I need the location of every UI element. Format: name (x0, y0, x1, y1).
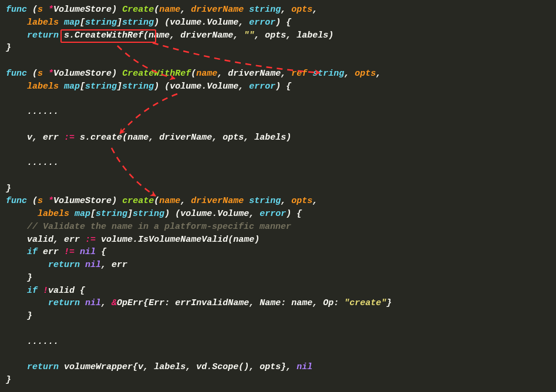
kw-func: func (6, 69, 27, 79)
key-name: Name (260, 298, 281, 308)
kw-if: if (27, 286, 38, 296)
var-valid: valid (48, 286, 75, 296)
call-scope: vd.Scope (196, 362, 238, 372)
p-name: name (159, 196, 180, 206)
arg-name: name (233, 235, 254, 245)
p-ref: ref (291, 69, 307, 79)
kw-return: return (48, 260, 80, 270)
var-err: err (112, 260, 127, 270)
kw-return: return (27, 362, 59, 372)
fn-create: Create (122, 5, 154, 15)
p-name: name (159, 5, 180, 15)
t-string: string (133, 209, 164, 219)
ellipsis: ...... (27, 337, 59, 347)
arg-opts: opts (260, 362, 281, 372)
arg-name: name (127, 133, 149, 143)
recv-s: s (38, 196, 43, 206)
t-map: map (75, 209, 90, 219)
kw-func: func (6, 5, 27, 15)
var-err: err (64, 235, 80, 245)
brace-close: } (6, 184, 11, 194)
t-map: map (64, 18, 80, 28)
kw-if: if (27, 247, 38, 257)
op-assign: := (64, 133, 75, 143)
ret-volume: volume.Volume (180, 209, 249, 219)
brace-close: } (27, 311, 32, 321)
t-string: string (85, 18, 117, 28)
ret-error: error (249, 82, 275, 92)
arg-empty-str: "" (244, 31, 254, 40)
nil: nil (85, 260, 101, 270)
recv-type: VolumeStore (53, 5, 112, 15)
ptr-star: * (48, 196, 53, 206)
fn-create-lower: create (122, 196, 154, 206)
op-bang: ! (43, 286, 48, 296)
p-labels: labels (38, 209, 69, 219)
brace-close: } (6, 43, 11, 53)
nil: nil (85, 298, 101, 308)
str-create: "create" (344, 298, 386, 308)
op-amp: & (112, 298, 117, 308)
var-err: err (43, 133, 59, 143)
t-string: string (312, 69, 344, 79)
t-string: string (96, 209, 127, 219)
brace-close: } (27, 273, 32, 283)
p-name: name (196, 69, 217, 79)
arg-labels: labels (296, 31, 328, 40)
arg-name: name (149, 31, 170, 40)
call-create: s.create (80, 133, 122, 143)
t-string: string (249, 5, 281, 15)
ret-volume: volume.Volume (170, 82, 238, 92)
p-driver: driverName (191, 196, 244, 206)
val-errinvalidname: errInvalidName (175, 298, 249, 308)
ellipsis: ...... (27, 107, 59, 117)
p-opts: opts (355, 69, 376, 79)
ret-error: error (260, 209, 286, 219)
var-v: v (27, 133, 32, 143)
val-name: name (291, 298, 312, 308)
p-opts: opts (291, 196, 312, 206)
arg-driver: driverName (180, 31, 233, 40)
ret-error: error (249, 18, 275, 28)
p-driver: driverName (228, 69, 281, 79)
call-createwithref: s.CreateWithRef (64, 31, 143, 40)
var-err: err (43, 247, 59, 257)
brace-close: } (6, 375, 11, 385)
t-string: string (249, 196, 281, 206)
t-string: string (85, 82, 117, 92)
ellipsis: ...... (27, 158, 59, 168)
arg-driver: driverName (159, 133, 212, 143)
arg-v: v (138, 362, 143, 372)
arg-opts: opts (223, 133, 244, 143)
call-isvolumenamevalid: volume.IsVolumeNameValid (101, 235, 228, 245)
recv-type: VolumeStore (53, 69, 112, 79)
kw-return: return (48, 298, 80, 308)
recv-type: VolumeStore (53, 196, 112, 206)
type-operr: OpErr (117, 298, 143, 308)
type-volumewrapper: volumeWrapper (64, 362, 133, 372)
p-driver: driverName (191, 5, 244, 15)
t-string: string (122, 82, 154, 92)
recv-s: s (38, 69, 43, 79)
key-op: Op (323, 298, 333, 308)
op-neq: != (64, 247, 75, 257)
recv-s: s (38, 5, 43, 15)
op-assign: := (85, 235, 96, 245)
ret-volume: volume.Volume (170, 18, 238, 28)
p-opts: opts (291, 5, 312, 15)
arg-opts: opts (265, 31, 286, 40)
nil: nil (80, 247, 96, 257)
ptr-star: * (48, 5, 53, 15)
p-labels: labels (27, 82, 59, 92)
ptr-star: * (48, 69, 53, 79)
var-valid: valid (27, 235, 53, 245)
arg-labels: labels (154, 362, 186, 372)
comment: // Validate the name in a platform-speci… (27, 222, 291, 232)
p-labels: labels (27, 18, 59, 28)
key-err: Err (149, 298, 164, 308)
kw-func: func (6, 196, 27, 206)
code-block: func (s *VolumeStore) Create(name, drive… (0, 0, 556, 390)
t-string: string (122, 18, 154, 28)
fn-createwithref: CreateWithRef (122, 69, 191, 79)
t-map: map (64, 82, 80, 92)
